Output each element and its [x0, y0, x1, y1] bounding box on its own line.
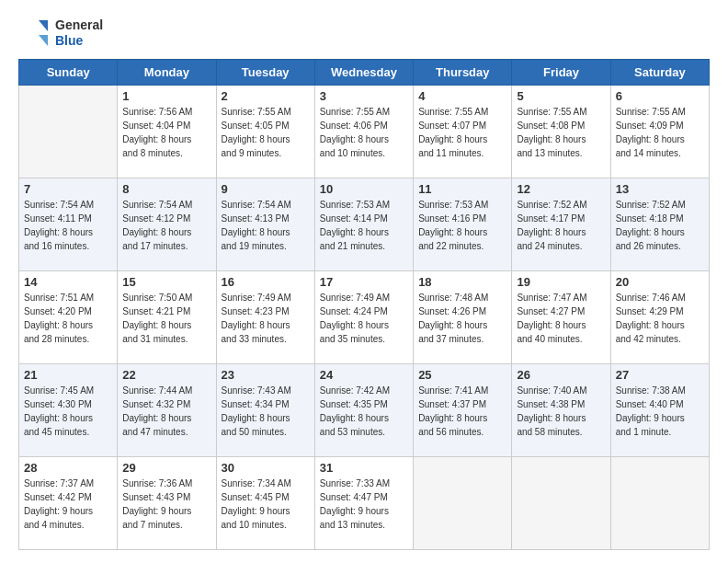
- day-number: 15: [122, 275, 210, 289]
- calendar-week-row: 7Sunrise: 7:54 AMSunset: 4:11 PMDaylight…: [19, 178, 710, 271]
- day-info: Sunrise: 7:48 AMSunset: 4:26 PMDaylight:…: [418, 291, 506, 346]
- calendar-day-cell: 4Sunrise: 7:55 AMSunset: 4:07 PMDaylight…: [414, 86, 512, 178]
- day-number: 29: [122, 461, 210, 475]
- day-info: Sunrise: 7:55 AMSunset: 4:05 PMDaylight:…: [222, 105, 310, 160]
- day-info: Sunrise: 7:55 AMSunset: 4:08 PMDaylight:…: [517, 105, 605, 160]
- page: General Blue SundayMondayTuesdayWednesda…: [0, 0, 728, 563]
- day-number: 18: [418, 275, 506, 289]
- day-info: Sunrise: 7:38 AMSunset: 4:40 PMDaylight:…: [616, 384, 704, 439]
- svg-marker-0: [39, 20, 48, 31]
- calendar-day-cell: 12Sunrise: 7:52 AMSunset: 4:17 PMDayligh…: [512, 178, 610, 271]
- calendar-day-cell: 31Sunrise: 7:33 AMSunset: 4:47 PMDayligh…: [314, 457, 413, 550]
- day-number: 16: [222, 275, 310, 289]
- logo-general: General: [55, 17, 103, 33]
- calendar-day-cell: 30Sunrise: 7:34 AMSunset: 4:45 PMDayligh…: [216, 457, 314, 550]
- calendar-day-cell: 14Sunrise: 7:51 AMSunset: 4:20 PMDayligh…: [19, 271, 118, 364]
- calendar-day-cell: 20Sunrise: 7:46 AMSunset: 4:29 PMDayligh…: [610, 271, 709, 364]
- day-info: Sunrise: 7:54 AMSunset: 4:11 PMDaylight:…: [24, 198, 112, 253]
- calendar-day-cell: 1Sunrise: 7:56 AMSunset: 4:04 PMDaylight…: [118, 86, 216, 178]
- day-info: Sunrise: 7:46 AMSunset: 4:29 PMDaylight:…: [616, 291, 704, 346]
- day-info: Sunrise: 7:49 AMSunset: 4:24 PMDaylight:…: [320, 291, 408, 346]
- header: General Blue: [18, 17, 710, 50]
- calendar-day-cell: 9Sunrise: 7:54 AMSunset: 4:13 PMDaylight…: [216, 178, 314, 271]
- calendar-day-cell: 26Sunrise: 7:40 AMSunset: 4:38 PMDayligh…: [512, 364, 610, 457]
- day-info: Sunrise: 7:53 AMSunset: 4:16 PMDaylight:…: [418, 198, 506, 253]
- weekday-header-cell: Monday: [118, 60, 216, 86]
- day-info: Sunrise: 7:37 AMSunset: 4:42 PMDaylight:…: [24, 477, 112, 532]
- calendar-day-cell: 25Sunrise: 7:41 AMSunset: 4:37 PMDayligh…: [414, 364, 512, 457]
- day-number: 21: [24, 368, 112, 382]
- calendar-body: 1Sunrise: 7:56 AMSunset: 4:04 PMDaylight…: [19, 86, 710, 550]
- day-number: 5: [517, 89, 605, 103]
- calendar-day-cell: 18Sunrise: 7:48 AMSunset: 4:26 PMDayligh…: [414, 271, 512, 364]
- calendar-week-row: 28Sunrise: 7:37 AMSunset: 4:42 PMDayligh…: [19, 457, 710, 550]
- logo-blue: Blue: [55, 33, 103, 49]
- day-info: Sunrise: 7:55 AMSunset: 4:07 PMDaylight:…: [418, 105, 506, 160]
- weekday-header-row: SundayMondayTuesdayWednesdayThursdayFrid…: [19, 60, 710, 86]
- day-number: 11: [418, 182, 506, 196]
- day-info: Sunrise: 7:44 AMSunset: 4:32 PMDaylight:…: [122, 384, 210, 439]
- calendar-week-row: 1Sunrise: 7:56 AMSunset: 4:04 PMDaylight…: [19, 86, 710, 178]
- day-info: Sunrise: 7:54 AMSunset: 4:13 PMDaylight:…: [222, 198, 310, 253]
- day-info: Sunrise: 7:34 AMSunset: 4:45 PMDaylight:…: [222, 477, 310, 532]
- day-info: Sunrise: 7:52 AMSunset: 4:17 PMDaylight:…: [517, 198, 605, 253]
- calendar-day-cell: 15Sunrise: 7:50 AMSunset: 4:21 PMDayligh…: [118, 271, 216, 364]
- calendar-day-cell: 22Sunrise: 7:44 AMSunset: 4:32 PMDayligh…: [118, 364, 216, 457]
- day-number: 23: [222, 368, 310, 382]
- day-info: Sunrise: 7:56 AMSunset: 4:04 PMDaylight:…: [122, 105, 210, 160]
- calendar-day-cell: 10Sunrise: 7:53 AMSunset: 4:14 PMDayligh…: [314, 178, 413, 271]
- weekday-header-cell: Thursday: [414, 60, 512, 86]
- day-number: 3: [320, 89, 408, 103]
- day-number: 30: [222, 461, 310, 475]
- day-info: Sunrise: 7:43 AMSunset: 4:34 PMDaylight:…: [222, 384, 310, 439]
- calendar-day-cell: 28Sunrise: 7:37 AMSunset: 4:42 PMDayligh…: [19, 457, 118, 550]
- calendar-day-cell: 11Sunrise: 7:53 AMSunset: 4:16 PMDayligh…: [414, 178, 512, 271]
- calendar-day-cell: 27Sunrise: 7:38 AMSunset: 4:40 PMDayligh…: [610, 364, 709, 457]
- day-number: 4: [418, 89, 506, 103]
- calendar-day-cell: 3Sunrise: 7:55 AMSunset: 4:06 PMDaylight…: [314, 86, 413, 178]
- day-info: Sunrise: 7:55 AMSunset: 4:06 PMDaylight:…: [320, 105, 408, 160]
- calendar-table: SundayMondayTuesdayWednesdayThursdayFrid…: [18, 59, 710, 550]
- logo-svg: [18, 17, 51, 50]
- day-info: Sunrise: 7:41 AMSunset: 4:37 PMDaylight:…: [418, 384, 506, 439]
- calendar-day-cell: 16Sunrise: 7:49 AMSunset: 4:23 PMDayligh…: [216, 271, 314, 364]
- calendar-day-cell: 6Sunrise: 7:55 AMSunset: 4:09 PMDaylight…: [610, 86, 709, 178]
- calendar-day-cell: [414, 457, 512, 550]
- day-number: 12: [517, 182, 605, 196]
- day-number: 14: [24, 275, 112, 289]
- day-info: Sunrise: 7:33 AMSunset: 4:47 PMDaylight:…: [320, 477, 408, 532]
- day-number: 9: [222, 182, 310, 196]
- calendar-week-row: 14Sunrise: 7:51 AMSunset: 4:20 PMDayligh…: [19, 271, 710, 364]
- logo: General Blue: [18, 17, 103, 50]
- day-number: 10: [320, 182, 408, 196]
- calendar-day-cell: [610, 457, 709, 550]
- calendar-day-cell: 2Sunrise: 7:55 AMSunset: 4:05 PMDaylight…: [216, 86, 314, 178]
- day-number: 31: [320, 461, 408, 475]
- weekday-header-cell: Sunday: [19, 60, 118, 86]
- day-info: Sunrise: 7:51 AMSunset: 4:20 PMDaylight:…: [24, 291, 112, 346]
- day-info: Sunrise: 7:45 AMSunset: 4:30 PMDaylight:…: [24, 384, 112, 439]
- calendar-day-cell: 29Sunrise: 7:36 AMSunset: 4:43 PMDayligh…: [118, 457, 216, 550]
- svg-marker-1: [39, 35, 48, 46]
- calendar-day-cell: 5Sunrise: 7:55 AMSunset: 4:08 PMDaylight…: [512, 86, 610, 178]
- day-info: Sunrise: 7:36 AMSunset: 4:43 PMDaylight:…: [122, 477, 210, 532]
- day-number: 13: [616, 182, 704, 196]
- calendar-day-cell: 17Sunrise: 7:49 AMSunset: 4:24 PMDayligh…: [314, 271, 413, 364]
- day-info: Sunrise: 7:52 AMSunset: 4:18 PMDaylight:…: [616, 198, 704, 253]
- day-number: 8: [122, 182, 210, 196]
- weekday-header-cell: Wednesday: [314, 60, 413, 86]
- calendar-day-cell: [19, 86, 118, 178]
- calendar-week-row: 21Sunrise: 7:45 AMSunset: 4:30 PMDayligh…: [19, 364, 710, 457]
- calendar-day-cell: 13Sunrise: 7:52 AMSunset: 4:18 PMDayligh…: [610, 178, 709, 271]
- day-info: Sunrise: 7:54 AMSunset: 4:12 PMDaylight:…: [122, 198, 210, 253]
- calendar-day-cell: 7Sunrise: 7:54 AMSunset: 4:11 PMDaylight…: [19, 178, 118, 271]
- day-number: 17: [320, 275, 408, 289]
- day-number: 26: [517, 368, 605, 382]
- day-info: Sunrise: 7:53 AMSunset: 4:14 PMDaylight:…: [320, 198, 408, 253]
- day-number: 24: [320, 368, 408, 382]
- day-number: 2: [222, 89, 310, 103]
- day-number: 22: [122, 368, 210, 382]
- day-number: 19: [517, 275, 605, 289]
- day-number: 27: [616, 368, 704, 382]
- calendar-day-cell: 8Sunrise: 7:54 AMSunset: 4:12 PMDaylight…: [118, 178, 216, 271]
